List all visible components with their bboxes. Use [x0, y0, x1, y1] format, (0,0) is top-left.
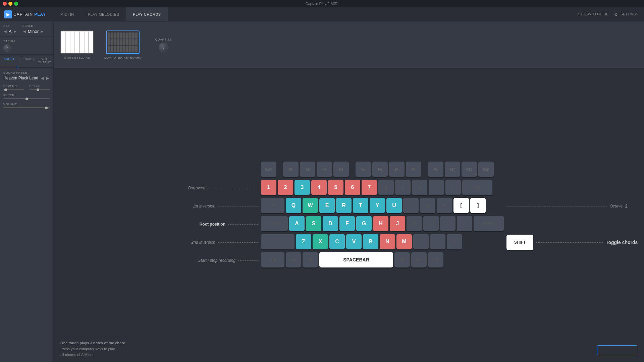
key-f9[interactable]: F9 [428, 162, 443, 177]
key-bracket-open[interactable]: [ [453, 198, 469, 213]
key-x[interactable]: X [313, 234, 328, 249]
maximize-button[interactable] [14, 2, 18, 6]
key-w[interactable]: W [303, 198, 318, 213]
bottom-right-button[interactable] [597, 345, 637, 355]
key-bracket-close[interactable]: ] [470, 198, 486, 213]
key-alt[interactable]: ALT [286, 252, 301, 267]
key-n[interactable]: N [380, 234, 395, 249]
key-u[interactable]: U [386, 198, 402, 213]
midi-in-tab[interactable]: MIDI IN [54, 7, 81, 21]
key-f10[interactable]: F10 [445, 162, 460, 177]
key-q[interactable]: Q [286, 198, 301, 213]
key-b[interactable]: B [363, 234, 378, 249]
key-c[interactable]: C [329, 234, 345, 249]
key-alt2[interactable]: ALT [411, 252, 427, 267]
key-l[interactable]: L [423, 216, 439, 231]
close-button[interactable] [3, 2, 7, 6]
key-g[interactable]: G [356, 216, 372, 231]
key-i[interactable]: I [403, 198, 419, 213]
midi-keyboard-option[interactable]: MIDI KEYBOARD [60, 31, 94, 59]
play-melodies-tab[interactable]: PLAY MELODIES [81, 7, 126, 21]
play-chords-tab[interactable]: PLAY CHORDS [126, 7, 168, 21]
key-quote[interactable]: ' [457, 216, 472, 231]
key-period[interactable]: . [430, 234, 445, 249]
volume-slider[interactable] [3, 107, 50, 108]
key-e[interactable]: E [319, 198, 335, 213]
key-f3[interactable]: F3 [317, 162, 332, 177]
key-5[interactable]: 5 [328, 180, 343, 195]
key-f11[interactable]: F11 [462, 162, 477, 177]
minimize-button[interactable] [8, 2, 12, 6]
key-k[interactable]: K [407, 216, 422, 231]
key-spacebar[interactable]: SPACEBAR [319, 252, 393, 267]
key-o[interactable]: O [420, 198, 435, 213]
key-f8[interactable]: F8 [406, 162, 421, 177]
key-next-button[interactable]: ▶ [13, 30, 17, 33]
reverb-slider[interactable] [3, 89, 24, 90]
key-ctrl2[interactable]: CTRL [428, 252, 443, 267]
key-7[interactable]: 7 [362, 180, 377, 195]
key-6[interactable]: 6 [345, 180, 360, 195]
key-4[interactable]: 4 [311, 180, 327, 195]
quantize-knob[interactable] [159, 43, 168, 52]
key-cmd2[interactable]: ⌘ [394, 252, 410, 267]
mini-key [126, 46, 128, 52]
key-a[interactable]: A [289, 216, 305, 231]
key-r[interactable]: R [336, 198, 352, 213]
key-t[interactable]: T [353, 198, 368, 213]
key-f4[interactable]: F4 [333, 162, 349, 177]
key-slash[interactable]: / [447, 234, 462, 249]
key-f1[interactable]: F1 [283, 162, 299, 177]
key-ctrl[interactable]: CTRL [261, 252, 284, 267]
key-tab[interactable]: TAB [261, 198, 284, 213]
strum-label: STRUM [3, 40, 50, 43]
key-8[interactable]: 8 [378, 180, 394, 195]
key-v[interactable]: V [346, 234, 362, 249]
key-f7[interactable]: F7 [389, 162, 405, 177]
key-cmd[interactable]: ⌘ [303, 252, 318, 267]
preset-prev-button[interactable]: ◀ [40, 76, 45, 80]
scale-next-button[interactable]: ▶ [40, 30, 44, 33]
how-to-guide-button[interactable]: ? HOW-TO GUIDE [577, 12, 609, 17]
key-backspace[interactable]: ⌫ [462, 180, 492, 195]
scale-prev-button[interactable]: ◀ [22, 30, 26, 33]
key-caps[interactable]: CAPS [261, 216, 288, 231]
delay-slider[interactable] [30, 89, 50, 90]
key-m[interactable]: M [396, 234, 412, 249]
key-9[interactable]: 9 [395, 180, 411, 195]
key-s[interactable]: S [306, 216, 321, 231]
key-y[interactable]: Y [370, 198, 385, 213]
key-j[interactable]: J [390, 216, 405, 231]
key-scale-section: KEY ◀ A ▶ SCALE ◀ Minor ▶ [0, 21, 53, 37]
key-p[interactable]: P [437, 198, 452, 213]
key-f2[interactable]: F2 [300, 162, 315, 177]
key-d[interactable]: D [323, 216, 338, 231]
key-2[interactable]: 2 [278, 180, 293, 195]
preset-next-button[interactable]: ▶ [45, 76, 50, 80]
key-shift-display[interactable]: SHIFT [506, 235, 533, 250]
key-semicolon[interactable]: ; [440, 216, 455, 231]
tab-plugins[interactable]: PLUGINS [18, 55, 36, 67]
key-comma[interactable]: , [413, 234, 429, 249]
key-1[interactable]: 1 [261, 180, 276, 195]
computer-keyboard-option[interactable]: COMPUTER KEYBOARD [104, 31, 142, 59]
key-z[interactable]: Z [296, 234, 311, 249]
key-0[interactable]: 0 [412, 180, 427, 195]
key-h[interactable]: H [373, 216, 388, 231]
key-f5[interactable]: F5 [356, 162, 371, 177]
tab-audio[interactable]: AUDIO [0, 55, 18, 67]
settings-button[interactable]: ⚙ SETTINGS [614, 12, 639, 17]
key-minus[interactable]: - [429, 180, 444, 195]
key-enter[interactable]: ENTER [474, 216, 504, 231]
filter-slider[interactable] [3, 98, 50, 99]
key-f6[interactable]: F6 [372, 162, 388, 177]
tab-vst-output[interactable]: VST OUTPUT [36, 55, 53, 67]
key-prev-button[interactable]: ◀ [3, 30, 7, 33]
key-f[interactable]: F [339, 216, 355, 231]
strum-knob[interactable] [3, 44, 11, 52]
key-equals[interactable]: = [445, 180, 461, 195]
key-lshift[interactable]: ⇧ [261, 234, 294, 249]
key-3[interactable]: 3 [294, 180, 310, 195]
key-f12[interactable]: F12 [478, 162, 494, 177]
key-esc[interactable]: ESC [261, 162, 276, 177]
